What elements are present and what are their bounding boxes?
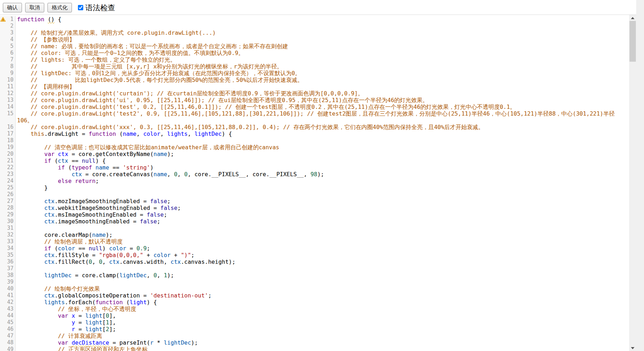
code-line[interactable]: 9 // lightDec: 可选，0到1之间，光从多少百分比才开始衰减（在此范… bbox=[0, 70, 629, 77]
code-line[interactable]: 3 // 绘制灯光/漆黑层效果。调用方式 core.plugin.drawLig… bbox=[0, 29, 629, 36]
code-line-text: // lightDec: 可选，0到1之间，光从多少百分比才开始衰减（在此范围内… bbox=[16, 70, 629, 77]
line-gutter: 40 bbox=[0, 285, 16, 292]
code-line-text: // 【调用样例】 bbox=[16, 83, 629, 90]
cancel-button[interactable]: 取消 bbox=[25, 3, 44, 12]
format-button[interactable]: 格式化 bbox=[47, 3, 72, 12]
code-line[interactable]: 47 // 计算衰减距离 bbox=[0, 333, 629, 339]
code-line-text: // 清空色调层；也可以修改成其它层比如animate/weather层，或者用… bbox=[16, 144, 629, 151]
syntax-check-toggle: 语法检查 bbox=[78, 3, 115, 13]
code-line[interactable]: 13 // core.plugin.drawLight('ui', 0.95, … bbox=[0, 97, 629, 104]
code-line[interactable]: 7 // lights: 可选，一个数组，定义了每个独立的灯光。 bbox=[0, 56, 629, 63]
code-line[interactable]: 6 // color: 可选，只能是一个0~1之间的数，为不透明度的值。不填则默… bbox=[0, 50, 629, 56]
line-number: 7 bbox=[6, 56, 15, 63]
code-line-text: // 绘制色调层，默认不透明度 bbox=[16, 238, 629, 245]
lint-marker bbox=[0, 178, 6, 184]
syntax-check-checkbox[interactable] bbox=[78, 5, 83, 10]
line-number: 33 bbox=[6, 238, 15, 245]
code-line[interactable]: 4 // 【参数说明】 bbox=[0, 36, 629, 43]
scrollbar-thumb[interactable] bbox=[629, 21, 636, 62]
code-area[interactable]: !1function () {23 // 绘制灯光/漆黑层效果。调用方式 cor… bbox=[0, 15, 629, 351]
code-line-text: var ctx = core.getContextByName(name); bbox=[16, 151, 629, 157]
code-line[interactable]: 14 // core.plugin.drawLight('test', 0.2,… bbox=[0, 104, 629, 110]
code-line-text: // 绘制每个灯光效果 bbox=[16, 285, 629, 292]
line-gutter: 28 bbox=[0, 205, 16, 211]
code-line[interactable]: 25 } bbox=[0, 184, 629, 191]
code-line[interactable]: 17 this.drawLight = function (name, colo… bbox=[0, 130, 629, 137]
code-line[interactable]: 24 else return; bbox=[0, 178, 629, 184]
code-line-text: // 其中每一项是三元组 [x,y,r] x和y分别为该灯光的横纵坐标，r为该灯… bbox=[16, 63, 629, 70]
line-gutter: 5 bbox=[0, 43, 16, 50]
code-line[interactable]: 33 // 绘制色调层，默认不透明度 bbox=[0, 238, 629, 245]
code-line[interactable]: 39 bbox=[0, 279, 629, 285]
line-gutter: 32 bbox=[0, 232, 16, 238]
code-line[interactable]: 38 lightDec = core.clamp(lightDec, 0, 1)… bbox=[0, 272, 629, 279]
code-line[interactable]: 42 lights.forEach(function (light) { bbox=[0, 299, 629, 306]
code-line[interactable]: 36 ctx.fillRect(0, 0, ctx.canvas.width, … bbox=[0, 258, 629, 265]
line-number: 12 bbox=[6, 90, 15, 97]
line-number: 2 bbox=[6, 23, 15, 29]
code-line[interactable]: 22 if (typeof name == 'string') bbox=[0, 164, 629, 171]
code-line[interactable]: 34 if (color == null) color = 0.9; bbox=[0, 245, 629, 252]
code-line[interactable]: 10 // 比如lightDec为0.5代表，每个灯光部分内圈50%的范围全亮，… bbox=[0, 77, 629, 83]
code-line-text: // core.plugin.drawLight('test', 0.2, [[… bbox=[16, 104, 629, 110]
code-line-text: y = light[1], bbox=[16, 319, 629, 326]
confirm-button[interactable]: 确认 bbox=[3, 3, 22, 12]
lint-marker bbox=[0, 97, 6, 104]
code-line-text: // core.plugin.drawLight('test2', 0.9, [… bbox=[16, 110, 629, 124]
code-line[interactable]: 29 ctx.msImageSmoothingEnabled = false; bbox=[0, 211, 629, 218]
code-line[interactable]: 15 // core.plugin.drawLight('test2', 0.9… bbox=[0, 110, 629, 124]
lint-marker: ! bbox=[0, 16, 6, 23]
code-line[interactable]: 32 core.clearMap(name); bbox=[0, 232, 629, 238]
code-line[interactable]: 49 // 正方形区域的直径和左上角坐标 bbox=[0, 346, 629, 351]
line-gutter: 37 bbox=[0, 265, 16, 272]
code-line[interactable]: 35 ctx.fillStyle = "rgba(0,0,0," + color… bbox=[0, 252, 629, 258]
code-line[interactable]: 19 // 清空色调层；也可以修改成其它层比如animate/weather层，… bbox=[0, 144, 629, 151]
line-number: 11 bbox=[6, 83, 15, 90]
code-line[interactable]: 21 if (ctx == null) { bbox=[0, 157, 629, 164]
code-line[interactable]: 12 // core.plugin.drawLight('curtain'); … bbox=[0, 90, 629, 97]
line-number: 35 bbox=[6, 252, 15, 258]
lint-marker bbox=[0, 272, 6, 279]
line-number: 49 bbox=[6, 346, 15, 351]
code-line[interactable]: 37 bbox=[0, 265, 629, 272]
vertical-scrollbar[interactable] bbox=[629, 15, 636, 351]
code-line[interactable]: !1function () { bbox=[0, 16, 629, 23]
code-line[interactable]: 16 // core.plugin.drawLight('xxx', 0.3, … bbox=[0, 124, 629, 130]
line-number: 21 bbox=[6, 157, 15, 164]
code-line[interactable]: 26 bbox=[0, 191, 629, 198]
code-line[interactable]: 44 var x = light[0], bbox=[0, 312, 629, 319]
code-line[interactable]: 46 r = light[2]; bbox=[0, 326, 629, 333]
code-line[interactable]: 45 y = light[1], bbox=[0, 319, 629, 326]
code-line[interactable]: 5 // name: 必填，要绘制到的画布名；可以是一个系统画布，或者是个自定义… bbox=[0, 43, 629, 50]
line-number: 41 bbox=[6, 292, 15, 299]
line-gutter: 38 bbox=[0, 272, 16, 279]
line-number: 9 bbox=[6, 70, 15, 77]
lint-marker bbox=[0, 43, 6, 50]
line-number: 37 bbox=[6, 265, 15, 272]
code-line[interactable]: 18 bbox=[0, 137, 629, 144]
code-line[interactable]: 2 bbox=[0, 23, 629, 29]
scrollbar-down-arrow[interactable] bbox=[629, 345, 636, 351]
code-line[interactable]: 11 // 【调用样例】 bbox=[0, 83, 629, 90]
code-line[interactable]: 43 // 坐标，半径，中心不透明度 bbox=[0, 306, 629, 312]
line-number: 31 bbox=[6, 225, 15, 232]
code-line[interactable]: 28 ctx.webkitImageSmoothingEnabled = fal… bbox=[0, 205, 629, 211]
code-line[interactable]: 30 ctx.imageSmoothingEnabled = false; bbox=[0, 218, 629, 225]
lint-marker bbox=[0, 151, 6, 157]
code-line[interactable]: 23 ctx = core.createCanvas(name, 0, 0, c… bbox=[0, 171, 629, 178]
code-line[interactable]: 20 var ctx = core.getContextByName(name)… bbox=[0, 151, 629, 157]
code-line[interactable]: 41 ctx.globalCompositeOperation = 'desti… bbox=[0, 292, 629, 299]
svg-text:!: ! bbox=[2, 18, 4, 22]
code-line[interactable]: 48 var decDistance = parseInt(r * lightD… bbox=[0, 339, 629, 346]
code-line[interactable]: 40 // 绘制每个灯光效果 bbox=[0, 285, 629, 292]
line-gutter: 2 bbox=[0, 23, 16, 29]
line-number: 39 bbox=[6, 279, 15, 285]
code-line-text: core.clearMap(name); bbox=[16, 232, 629, 238]
lint-marker bbox=[0, 63, 6, 70]
code-line[interactable]: 8 // 其中每一项是三元组 [x,y,r] x和y分别为该灯光的横纵坐标，r为… bbox=[0, 63, 629, 70]
code-line[interactable]: 31 bbox=[0, 225, 629, 232]
lint-marker bbox=[0, 104, 6, 110]
code-line[interactable]: 27 ctx.mozImageSmoothingEnabled = false; bbox=[0, 198, 629, 205]
line-number: 45 bbox=[6, 319, 15, 326]
scrollbar-up-arrow[interactable] bbox=[629, 15, 636, 21]
